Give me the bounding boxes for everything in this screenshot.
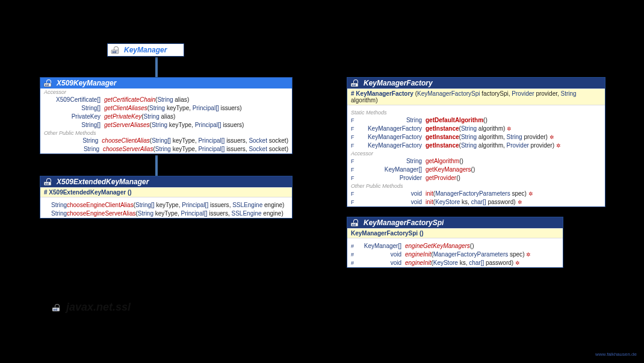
class-keymanager: ssl KeyManager (107, 43, 184, 57)
method-row: #voidengineInit (ManagerFactoryParameter… (347, 250, 563, 259)
ssl-icon: ssl (43, 79, 54, 87)
package-label: ssl javax.net.ssl (52, 301, 131, 314)
svg-text:ssl: ssl (352, 83, 357, 87)
method-row: FStringgetAlgorithm () (347, 157, 605, 166)
method-row: #KeyManager[]engineGetKeyManagers () (347, 242, 563, 250)
class-header: ssl X509KeyManager (40, 78, 292, 88)
constructor-row: # X509ExtendedKeyManager () (40, 187, 292, 197)
method-row: String[]getClientAliases (String keyType… (40, 104, 292, 113)
ssl-icon: ssl (350, 219, 361, 227)
class-title: KeyManager (124, 46, 167, 54)
method-row: FStringgetDefaultAlgorithm () (347, 116, 605, 125)
method-row: String[]getServerAliases (String keyType… (40, 121, 292, 129)
method-row: FKeyManagerFactorygetInstance (String al… (347, 125, 605, 133)
constructor-row: KeyManagerFactorySpi () (347, 228, 563, 238)
connector (155, 155, 158, 177)
method-row: Fvoidinit (ManagerFactoryParameters spec… (347, 190, 605, 198)
section-other: Other Public Methods (40, 129, 292, 137)
class-x509extendedkeymanager: ssl X509ExtendedKeyManager # X509Extende… (40, 176, 293, 219)
constructor-row: # KeyManagerFactory (KeyManagerFactorySp… (347, 88, 605, 105)
method-row: StringchooseServerAlias (String keyType,… (40, 145, 292, 154)
method-row: FKeyManagerFactorygetInstance (String al… (347, 133, 605, 141)
class-keymanagerfactoryspi: ssl KeyManagerFactorySpi KeyManagerFacto… (347, 217, 563, 268)
class-header: ssl KeyManagerFactory (347, 78, 605, 88)
class-header: ssl KeyManager (108, 44, 184, 56)
method-row: FProvidergetProvider () (347, 174, 605, 182)
class-header: ssl X509ExtendedKeyManager (40, 176, 292, 187)
method-row: X509Certificate[]getCertificateChain (St… (40, 96, 292, 104)
uml-diagram: ssl KeyManager ssl X509KeyManager Access… (0, 0, 644, 363)
package-name: javax.net.ssl (66, 301, 131, 314)
class-x509keymanager: ssl X509KeyManager Accessor X509Certific… (40, 77, 293, 154)
ssl-icon: ssl (43, 178, 54, 186)
connector (155, 57, 158, 78)
section-other: Other Public Methods (347, 182, 605, 190)
method-row: Fvoidinit (KeyStore ks, char[] password)… (347, 198, 605, 206)
credit-link[interactable]: www.falkhausen.de (595, 352, 637, 357)
class-title: KeyManagerFactorySpi (364, 219, 444, 227)
method-row: FKeyManagerFactorygetInstance (String al… (347, 141, 605, 150)
method-row: #voidengineInit (KeyStore ks, char[] pas… (347, 259, 563, 267)
ssl-icon: ssl (350, 79, 361, 87)
svg-text:ssl: ssl (352, 223, 357, 226)
section-accessor: Accessor (347, 150, 605, 157)
ssl-icon: ssl (111, 46, 122, 54)
class-header: ssl KeyManagerFactorySpi (347, 217, 563, 228)
class-title: X509ExtendedKeyManager (57, 178, 149, 186)
class-title: X509KeyManager (57, 79, 116, 87)
section-static: Static Methods (347, 109, 605, 116)
svg-text:ssl: ssl (54, 308, 58, 311)
method-row: FKeyManager[]getKeyManagers () (347, 166, 605, 174)
class-keymanagerfactory: ssl KeyManagerFactory # KeyManagerFactor… (347, 77, 605, 207)
svg-text:ssl: ssl (113, 50, 117, 54)
method-row: StringchooseEngineServerAlias (String ke… (40, 209, 292, 218)
method-row: StringchooseEngineClientAlias (String[] … (40, 201, 292, 209)
ssl-icon: ssl (52, 303, 63, 312)
method-row: PrivateKeygetPrivateKey (String alias) (40, 113, 292, 121)
section-accessor: Accessor (40, 88, 292, 96)
method-row: StringchooseClientAlias (String[] keyTyp… (40, 137, 292, 145)
svg-text:ssl: ssl (45, 182, 50, 185)
svg-text:ssl: ssl (45, 83, 50, 87)
class-title: KeyManagerFactory (364, 79, 433, 87)
